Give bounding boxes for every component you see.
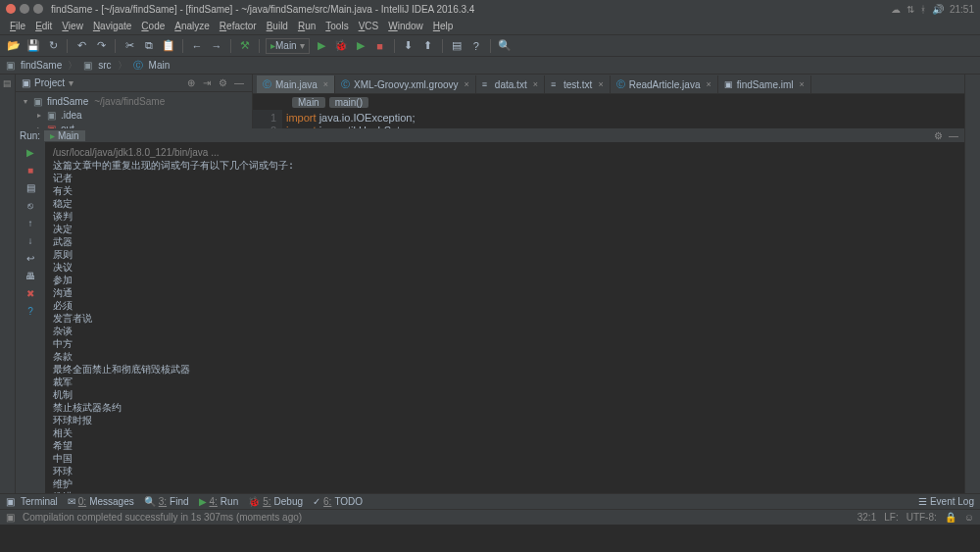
bottom-terminal[interactable]: ▣Terminal xyxy=(6,496,58,507)
folder-icon: ▣ xyxy=(83,60,92,71)
editor-breadcrumb: Main main() xyxy=(253,94,980,110)
menu-analyze[interactable]: Analyze xyxy=(171,21,214,31)
clear-icon[interactable]: ✖ xyxy=(24,287,36,299)
tab-XML-Groovy-xml-groovy[interactable]: ⒸXML-Groovy.xml.groovy× xyxy=(335,75,476,93)
down-icon[interactable]: ↓ xyxy=(24,234,36,246)
vcs-update-icon[interactable]: ⬇ xyxy=(401,38,416,54)
line-separator[interactable]: LF: xyxy=(884,512,898,523)
status-icon: ▣ xyxy=(6,512,15,523)
back-icon[interactable]: ← xyxy=(189,38,205,54)
close-tab-icon[interactable]: × xyxy=(465,79,469,89)
debug-icon: 🐞 xyxy=(248,496,260,507)
run-icon[interactable]: ▶ xyxy=(314,38,329,54)
search-icon[interactable]: 🔍 xyxy=(497,38,513,54)
pin-icon[interactable]: ⎋ xyxy=(24,199,36,211)
menu-view[interactable]: View xyxy=(58,21,87,31)
menu-navigate[interactable]: Navigate xyxy=(89,21,135,31)
crumb-file[interactable]: Main xyxy=(149,60,171,71)
print-icon[interactable]: 🖶 xyxy=(24,270,36,281)
coverage-icon[interactable]: ▶ xyxy=(353,38,368,54)
vcs-commit-icon[interactable]: ⬆ xyxy=(420,38,436,54)
window-controls xyxy=(6,4,43,14)
chevron-down-icon[interactable]: ▾ xyxy=(69,77,74,88)
menu-run[interactable]: Run xyxy=(294,21,319,31)
hide-icon[interactable]: — xyxy=(234,77,246,89)
system-tray: ☁ ⇅ ᚼ 🔊 21:51 xyxy=(891,4,974,15)
cut-icon[interactable]: ✂ xyxy=(122,38,137,54)
copy-icon[interactable]: ⧉ xyxy=(141,38,157,54)
bottom-run[interactable]: ▶4:Run xyxy=(199,496,239,507)
bottom-debug[interactable]: 🐞5:Debug xyxy=(248,496,303,507)
crumb-root[interactable]: findSame xyxy=(21,60,62,71)
menu-refactor[interactable]: Refactor xyxy=(216,21,261,31)
gear-icon[interactable]: ⚙ xyxy=(934,130,943,141)
tab-test-txt[interactable]: ≡test.txt× xyxy=(545,75,611,93)
close-tab-icon[interactable]: × xyxy=(533,79,538,89)
maximize-window-button[interactable] xyxy=(33,4,43,14)
build-icon[interactable]: ⚒ xyxy=(237,38,253,54)
stop-icon[interactable]: ■ xyxy=(24,164,36,176)
menu-tools[interactable]: Tools xyxy=(321,21,352,31)
save-icon[interactable]: 💾 xyxy=(25,38,41,54)
file-encoding[interactable]: UTF-8: xyxy=(906,512,937,523)
tab-ReadArticle-java[interactable]: ⒸReadArticle.java× xyxy=(611,75,718,93)
open-icon[interactable]: 📂 xyxy=(6,38,22,54)
stop-icon[interactable]: ■ xyxy=(372,38,388,54)
bluetooth-icon: ᚼ xyxy=(920,4,926,15)
undo-icon[interactable]: ↶ xyxy=(74,38,89,54)
minimize-icon[interactable]: — xyxy=(949,130,958,141)
lock-icon[interactable]: 🔒 xyxy=(945,512,956,523)
menu-build[interactable]: Build xyxy=(263,21,292,31)
tree-item-idea[interactable]: ▸▣ .idea xyxy=(16,108,252,122)
layout-icon[interactable]: ▤ xyxy=(24,181,36,193)
redo-icon[interactable]: ↷ xyxy=(93,38,109,54)
tab-findSame-iml[interactable]: ▣findSame.iml× xyxy=(718,75,811,93)
menu-window[interactable]: Window xyxy=(384,21,427,31)
settings-icon[interactable]: ⚙ xyxy=(219,77,230,89)
rerun-icon[interactable]: ▶ xyxy=(24,146,36,158)
menu-edit[interactable]: Edit xyxy=(31,21,56,31)
close-tab-icon[interactable]: × xyxy=(323,79,328,89)
bottom-messages[interactable]: ✉0:Messages xyxy=(68,496,134,507)
messages-icon: ✉ xyxy=(68,496,75,507)
close-window-button[interactable] xyxy=(6,4,16,14)
tree-root-path: ~/java/findSame xyxy=(94,96,165,107)
bottom-find[interactable]: 🔍3:Find xyxy=(144,496,189,507)
close-tab-icon[interactable]: × xyxy=(800,79,805,89)
collapse-all-icon[interactable]: ⇥ xyxy=(203,77,215,89)
structure-tool-icon[interactable]: ▤ xyxy=(3,78,12,88)
crumb-src[interactable]: src xyxy=(98,60,111,71)
close-tab-icon[interactable]: × xyxy=(706,79,710,89)
bottom-todo[interactable]: ✓6:TODO xyxy=(313,496,363,507)
structure-icon[interactable]: ▤ xyxy=(449,38,465,54)
run-output[interactable]: /usr/local/java/jdk1.8.0_121/bin/java ..… xyxy=(45,142,964,493)
bc-method[interactable]: main() xyxy=(329,97,368,108)
forward-icon[interactable]: → xyxy=(209,38,224,54)
menu-file[interactable]: File xyxy=(6,21,29,31)
sync-icon[interactable]: ↻ xyxy=(45,38,61,54)
run-tab-main[interactable]: ▸ Main xyxy=(44,130,84,141)
menu-help[interactable]: Help xyxy=(429,21,458,31)
hector-icon[interactable]: ☺ xyxy=(964,512,974,523)
project-panel-header: ▣ Project ▾ ⊕ ⇥ ⚙ — xyxy=(16,75,252,92)
up-icon[interactable]: ↑ xyxy=(24,217,36,228)
minimize-window-button[interactable] xyxy=(20,4,29,14)
tree-root[interactable]: ▾▣ findSame ~/java/findSame xyxy=(16,94,252,108)
menu-code[interactable]: Code xyxy=(137,21,169,31)
text-icon: ≡ xyxy=(551,79,561,89)
event-log[interactable]: ☰Event Log xyxy=(918,496,974,507)
tab-Main-java[interactable]: ⒸMain.java× xyxy=(257,75,335,93)
tab-data-txt[interactable]: ≡data.txt× xyxy=(476,75,545,93)
paste-icon[interactable]: 📋 xyxy=(161,38,176,54)
menu-vcs[interactable]: VCS xyxy=(355,21,383,31)
run-configuration-select[interactable]: ▸ Main ▾ xyxy=(266,38,310,54)
close-tab-icon[interactable]: × xyxy=(598,79,603,89)
bc-class[interactable]: Main xyxy=(292,97,325,108)
help-icon[interactable]: ? xyxy=(468,38,484,54)
help-icon[interactable]: ? xyxy=(24,305,36,317)
run-icon: ▸ xyxy=(50,130,55,141)
scroll-to-source-icon[interactable]: ⊕ xyxy=(187,77,199,89)
soft-wrap-icon[interactable]: ↩ xyxy=(24,252,36,264)
event-log-icon: ☰ xyxy=(918,496,927,507)
debug-icon[interactable]: 🐞 xyxy=(333,38,349,54)
